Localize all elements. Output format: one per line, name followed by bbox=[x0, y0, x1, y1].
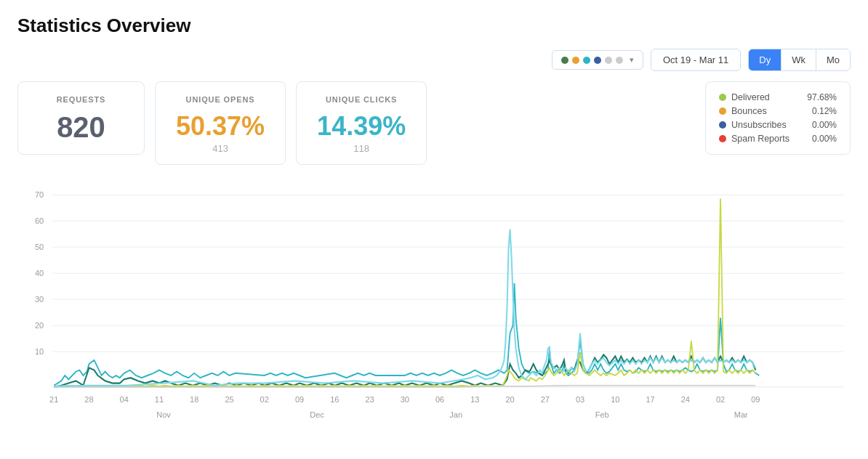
unique-opens-label: UNIQUE OPENS bbox=[176, 95, 265, 104]
legend-label-delivered: Delivered bbox=[731, 92, 770, 102]
unique-clicks-label: UNIQUE CLICKS bbox=[317, 95, 406, 104]
legend-dot-spam bbox=[719, 135, 726, 142]
svg-text:06: 06 bbox=[435, 395, 444, 404]
svg-text:13: 13 bbox=[470, 395, 479, 404]
svg-text:Feb: Feb bbox=[595, 410, 609, 419]
unique-clicks-card: UNIQUE CLICKS 14.39% 118 bbox=[296, 81, 427, 165]
dot-delivered bbox=[561, 57, 568, 64]
legend-pct-bounces: 0.12% bbox=[806, 106, 837, 116]
legend-label-bounces: Bounces bbox=[731, 106, 767, 116]
date-range-button[interactable]: Oct 19 - Mar 11 bbox=[651, 49, 741, 71]
dot-bounces bbox=[605, 57, 612, 64]
svg-text:20: 20 bbox=[505, 395, 514, 404]
dot-unique-opens bbox=[583, 57, 590, 64]
chart-svg: 70 60 50 40 30 20 10 21 28 04 11 18 25 0… bbox=[17, 179, 851, 441]
series-selector[interactable]: ▾ bbox=[552, 50, 643, 70]
legend-pct-spam: 0.00% bbox=[806, 134, 837, 144]
svg-text:40: 40 bbox=[35, 269, 44, 277]
svg-text:Jan: Jan bbox=[449, 410, 462, 419]
svg-text:03: 03 bbox=[576, 395, 584, 404]
svg-text:Mar: Mar bbox=[734, 410, 748, 419]
dot-other bbox=[616, 57, 623, 64]
unique-opens-value: 50.37% bbox=[176, 111, 265, 142]
svg-text:21: 21 bbox=[49, 395, 58, 404]
requests-value: 820 bbox=[39, 111, 124, 144]
legend-item-unsubscribes: Unsubscribes 0.00% bbox=[719, 120, 837, 130]
svg-text:02: 02 bbox=[260, 395, 269, 404]
legend-box: Delivered 97.68% Bounces 0.12% Unsubscri… bbox=[705, 81, 851, 155]
svg-text:20: 20 bbox=[35, 321, 44, 330]
svg-text:04: 04 bbox=[120, 395, 129, 404]
svg-text:18: 18 bbox=[190, 395, 198, 404]
stats-row: REQUESTS 820 UNIQUE OPENS 50.37% 413 UNI… bbox=[17, 81, 851, 165]
legend-pct-delivered: 97.68% bbox=[806, 92, 837, 102]
page-title: Statistics Overview bbox=[17, 15, 851, 37]
svg-text:Dec: Dec bbox=[310, 410, 324, 419]
svg-text:25: 25 bbox=[225, 395, 233, 404]
svg-text:10: 10 bbox=[35, 347, 44, 356]
period-day-button[interactable]: Dy bbox=[749, 49, 781, 70]
svg-text:10: 10 bbox=[611, 395, 619, 404]
legend-label-spam: Spam Reports bbox=[731, 134, 789, 144]
svg-text:Nov: Nov bbox=[156, 410, 171, 419]
legend-pct-unsubscribes: 0.00% bbox=[806, 120, 837, 130]
requests-label: REQUESTS bbox=[39, 95, 124, 104]
svg-text:16: 16 bbox=[330, 395, 339, 404]
svg-text:11: 11 bbox=[155, 395, 164, 404]
legend-dot-unsubscribes bbox=[719, 121, 726, 129]
chart-area: 70 60 50 40 30 20 10 21 28 04 11 18 25 0… bbox=[17, 179, 851, 441]
period-selector: Dy Wk Mo bbox=[748, 49, 851, 71]
svg-text:09: 09 bbox=[295, 395, 304, 404]
svg-text:30: 30 bbox=[35, 295, 44, 304]
unique-clicks-sub: 118 bbox=[317, 143, 406, 154]
svg-text:24: 24 bbox=[681, 395, 690, 404]
svg-text:50: 50 bbox=[35, 243, 44, 251]
requests-card: REQUESTS 820 bbox=[17, 81, 145, 155]
legend-item-delivered: Delivered 97.68% bbox=[719, 92, 837, 102]
legend-dot-bounces bbox=[719, 107, 726, 115]
legend-label-unsubscribes: Unsubscribes bbox=[731, 120, 787, 130]
svg-text:27: 27 bbox=[541, 395, 550, 404]
legend-item-spam: Spam Reports 0.00% bbox=[719, 134, 837, 144]
svg-text:02: 02 bbox=[716, 395, 725, 404]
svg-text:28: 28 bbox=[84, 395, 93, 404]
unique-opens-card: UNIQUE OPENS 50.37% 413 bbox=[155, 81, 286, 165]
legend-dot-delivered bbox=[719, 94, 726, 101]
dot-unique-clicks bbox=[594, 57, 601, 64]
period-week-button[interactable]: Wk bbox=[781, 49, 816, 70]
svg-text:70: 70 bbox=[35, 190, 44, 199]
legend-item-bounces: Bounces 0.12% bbox=[719, 106, 837, 116]
svg-text:09: 09 bbox=[751, 395, 760, 404]
svg-text:60: 60 bbox=[35, 216, 44, 225]
period-month-button[interactable]: Mo bbox=[816, 49, 850, 70]
dot-opens bbox=[572, 57, 579, 64]
svg-text:17: 17 bbox=[646, 395, 654, 404]
unique-clicks-value: 14.39% bbox=[317, 111, 406, 142]
controls-bar: ▾ Oct 19 - Mar 11 Dy Wk Mo bbox=[17, 49, 851, 71]
unique-opens-sub: 413 bbox=[176, 143, 265, 154]
svg-text:30: 30 bbox=[401, 395, 409, 404]
svg-text:23: 23 bbox=[365, 395, 374, 404]
chevron-down-icon: ▾ bbox=[630, 55, 634, 65]
